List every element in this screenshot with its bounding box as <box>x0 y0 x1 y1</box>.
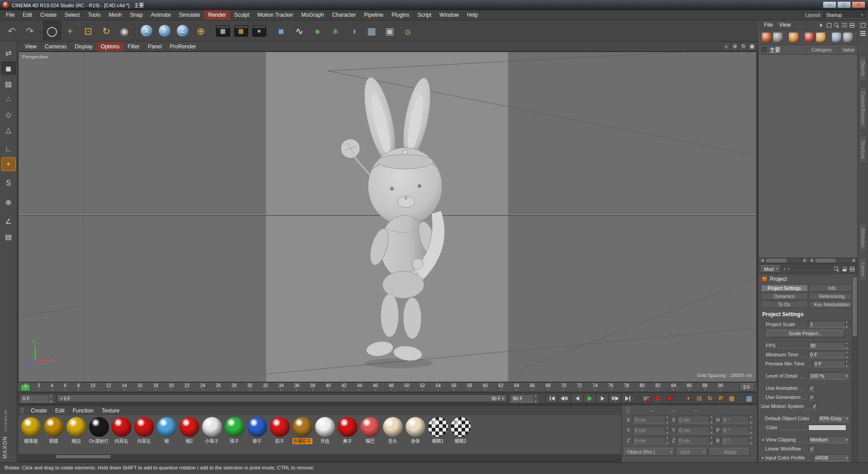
record-scale-toggle[interactable]: ⊡ <box>694 394 704 403</box>
coordinate-mode-select[interactable]: Object (Rel.)▾ <box>624 448 675 456</box>
render-settings-button[interactable]: ∗ <box>250 21 268 40</box>
z-axis-lock[interactable]: Z <box>174 21 192 40</box>
main-take-label[interactable]: 主要 <box>769 46 780 53</box>
menu-item[interactable]: Tools <box>84 10 104 20</box>
attribute-field[interactable]: 100 % <box>808 372 850 379</box>
y-axis-lock[interactable]: Y <box>156 21 174 40</box>
size-field[interactable]: 0 cm <box>677 426 715 434</box>
material-item[interactable]: 身体 <box>405 417 426 444</box>
attribute-checkbox[interactable]: ✓ <box>809 394 815 400</box>
take-hscrollbar-right[interactable] <box>809 258 857 263</box>
mode-menu-button[interactable]: Mod ▾ <box>761 265 781 273</box>
live-selection-tool[interactable]: ◯ <box>43 21 61 40</box>
scrollbar-thumb[interactable] <box>766 259 786 262</box>
attribute-field[interactable]: 1 <box>808 321 850 328</box>
chevron-down-icon[interactable] <box>844 438 849 442</box>
autokey-button[interactable] <box>652 394 664 403</box>
add-environment-button[interactable]: ▦ <box>363 21 381 40</box>
menu-item[interactable]: Window <box>435 10 463 20</box>
panel-grip[interactable] <box>626 407 630 413</box>
material-preview[interactable] <box>179 417 199 437</box>
chevron-down-icon[interactable] <box>844 374 849 378</box>
rotate-tool[interactable]: ↻ <box>97 21 115 40</box>
scroll-right-icon[interactable] <box>851 258 856 263</box>
material-item[interactable]: 内耳右 <box>111 417 132 444</box>
stepper[interactable] <box>533 395 538 402</box>
record-keyframe-button[interactable] <box>641 394 652 403</box>
chevron-down-icon[interactable] <box>844 417 849 421</box>
side-tab[interactable]: Layers <box>859 258 867 281</box>
position-field[interactable]: 0 cm <box>632 426 670 434</box>
material-preview[interactable] <box>315 417 335 437</box>
side-tab[interactable]: Attributes <box>859 223 867 252</box>
render-view-button[interactable]: ▦ <box>214 21 232 40</box>
viewport-menu-item[interactable]: ProRender <box>166 42 200 52</box>
record-parameter-toggle[interactable]: P <box>716 394 726 403</box>
material-item[interactable]: 铜镜 <box>43 417 64 444</box>
prev-key-button[interactable] <box>558 394 571 403</box>
menu-item[interactable]: Simulate <box>175 10 204 20</box>
make-editable-button[interactable]: ⇄ <box>1 46 16 60</box>
take-column-header[interactable]: Category <box>807 47 832 52</box>
material-menu-item[interactable]: Edit <box>51 406 69 416</box>
stepper[interactable] <box>845 321 849 327</box>
material-item[interactable]: 牙齿 <box>314 417 335 444</box>
search-icon[interactable] <box>834 266 840 272</box>
menu-item[interactable]: Render <box>204 10 230 20</box>
scale-tool[interactable]: ⊡ <box>79 21 97 40</box>
take-record-icon[interactable] <box>762 33 771 42</box>
undo-button[interactable]: ↶ <box>3 21 21 40</box>
points-mode-button[interactable]: ∴ <box>1 92 16 106</box>
attribute-field[interactable]: 0 F <box>813 360 850 367</box>
render-picture-viewer-button[interactable]: ▦ <box>232 21 250 40</box>
material-preview[interactable] <box>112 417 132 437</box>
stepper[interactable] <box>709 437 714 444</box>
position-field[interactable]: 0 cm <box>632 416 670 423</box>
stepper[interactable] <box>749 416 754 423</box>
record-rotation-toggle[interactable]: ↻ <box>705 394 715 403</box>
texture-mode-button[interactable]: ▨ <box>1 77 16 90</box>
material-preview[interactable] <box>406 417 425 437</box>
rotation-field[interactable]: 0 ° <box>721 416 754 423</box>
quantize-button[interactable]: ∠ <box>1 214 16 228</box>
timeline-window-button[interactable]: ▦ <box>743 394 755 403</box>
material-preview[interactable] <box>157 417 177 437</box>
material-preview[interactable] <box>292 417 312 437</box>
side-tab[interactable]: Objects <box>859 56 867 81</box>
menu-item[interactable]: Snap <box>126 10 147 20</box>
history-back-icon[interactable] <box>783 268 785 270</box>
material-preview[interactable] <box>428 417 448 437</box>
viewport-menu-item[interactable]: Cameras <box>41 42 71 52</box>
record-pla-toggle[interactable]: ▦ <box>726 394 737 403</box>
attributes-scrollbar[interactable] <box>852 276 857 462</box>
viewport[interactable]: Y X Perspective Grid Spacing : 10000 cm <box>18 52 757 382</box>
take-menu-item[interactable]: File <box>761 20 776 30</box>
viewport-menu-item[interactable]: Panel <box>144 42 166 52</box>
attribute-field[interactable]: Scale Project... <box>767 330 844 337</box>
material-preview[interactable] <box>360 417 380 437</box>
viewport-solo-button[interactable]: S <box>1 176 16 190</box>
stepper[interactable] <box>845 351 849 358</box>
add-light-button[interactable]: ☼ <box>399 21 417 40</box>
float-window-icon[interactable] <box>826 22 832 28</box>
add-deformer-button[interactable]: ◑ <box>344 21 363 40</box>
add-spline-button[interactable]: ∿ <box>290 21 308 40</box>
material-preview[interactable] <box>270 417 290 437</box>
material-item[interactable]: 褂子 <box>246 417 268 444</box>
next-frame-button[interactable] <box>596 394 609 403</box>
attribute-checkbox[interactable]: ✓ <box>808 385 815 391</box>
attribute-object-row[interactable]: Project <box>759 274 857 284</box>
stepper[interactable] <box>845 342 849 349</box>
take-category-icon[interactable] <box>816 33 826 42</box>
attribute-tab[interactable]: Dynamics <box>761 293 808 300</box>
take-display-icon[interactable] <box>832 33 841 42</box>
menu-item[interactable]: Motion Tracker <box>253 10 297 20</box>
move-tool[interactable]: + <box>61 21 79 40</box>
record-position-toggle[interactable]: + <box>683 394 693 403</box>
chevron-down-icon[interactable] <box>844 456 849 460</box>
scrubber-thumb[interactable]: 0 F 90 F <box>57 395 507 402</box>
material-preview[interactable] <box>247 417 267 437</box>
take-column-header[interactable]: Value <box>838 47 854 52</box>
add-generator-button[interactable]: ∗ <box>326 21 344 40</box>
material-item[interactable]: 眼睛2 <box>450 417 471 444</box>
